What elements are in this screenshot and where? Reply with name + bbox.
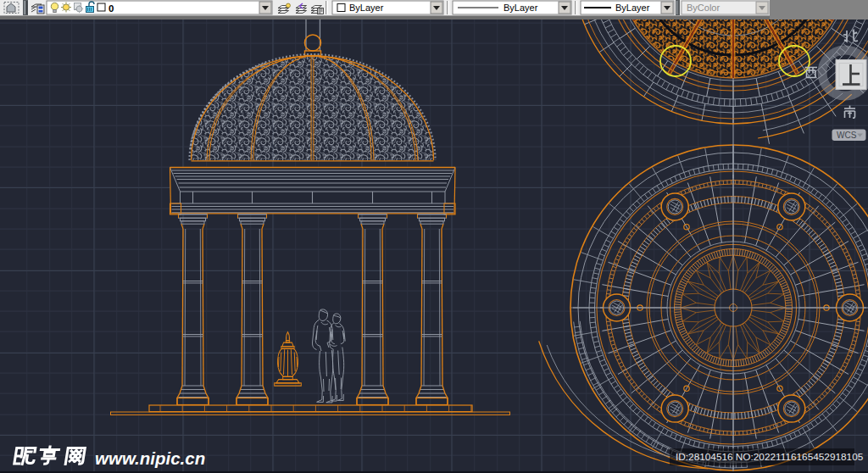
- svg-text:0: 0: [108, 3, 114, 14]
- svg-text:ByLayer: ByLayer: [615, 3, 650, 13]
- svg-text:WCS: WCS: [837, 131, 857, 140]
- svg-text:ByLayer: ByLayer: [349, 3, 384, 13]
- svg-text:ID:28104516 NO:202211161654529: ID:28104516 NO:20221116165452918105: [676, 451, 864, 463]
- svg-text:ByColor: ByColor: [687, 3, 720, 13]
- svg-text:ByLayer: ByLayer: [504, 3, 538, 13]
- svg-text:www.nipic.cn: www.nipic.cn: [95, 448, 205, 468]
